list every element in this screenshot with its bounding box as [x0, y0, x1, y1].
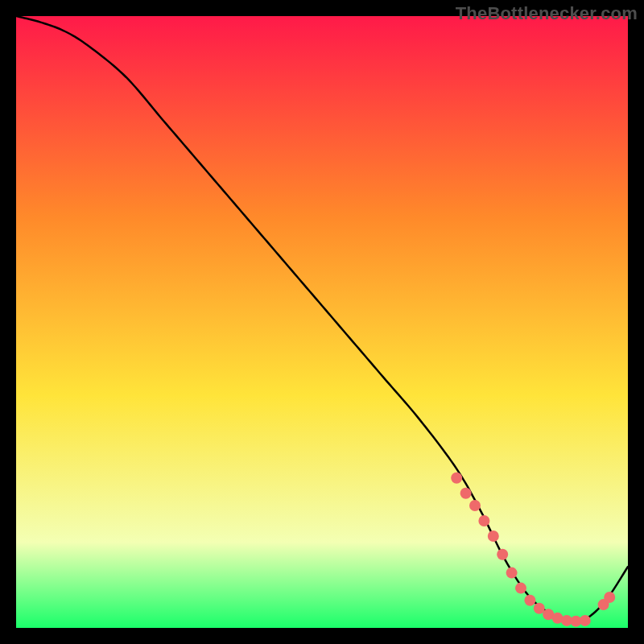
highlight-point — [604, 592, 615, 603]
chart-frame: TheBottlenecker.com — [0, 0, 644, 644]
plot-area — [16, 16, 628, 628]
highlight-point — [534, 603, 545, 614]
highlight-point — [469, 500, 481, 511]
highlight-point — [524, 595, 535, 606]
highlight-point — [515, 583, 526, 594]
plot-svg — [16, 16, 628, 628]
highlight-point — [460, 488, 472, 499]
highlight-point — [451, 473, 462, 484]
gradient-background — [16, 16, 628, 628]
highlight-point — [580, 615, 591, 626]
watermark-text: TheBottlenecker.com — [456, 3, 638, 24]
highlight-point — [488, 530, 499, 542]
highlight-point — [478, 515, 489, 526]
highlight-point — [497, 549, 508, 560]
highlight-point — [506, 568, 518, 579]
